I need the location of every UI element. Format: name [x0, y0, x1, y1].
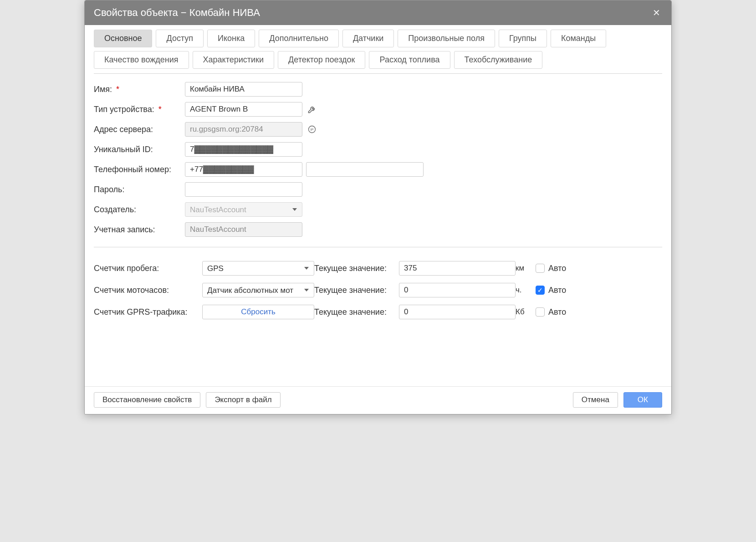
creator-select-wrap: NauTestAccount — [185, 202, 302, 217]
tab-sensors[interactable]: Датчики — [342, 30, 394, 47]
tab-driving-quality[interactable]: Качество вождения — [94, 51, 189, 69]
engine-auto-checkbox[interactable] — [536, 286, 545, 295]
creator-select: NauTestAccount — [185, 202, 302, 217]
tab-custom-fields[interactable]: Произвольные поля — [398, 30, 495, 47]
row-gprs: Счетчик GPRS-трафика: Сбросить Текущее з… — [94, 302, 662, 322]
row-mileage: Счетчик пробега: GPS Текущее значение: к… — [94, 258, 662, 278]
mileage-auto-label: Авто — [548, 264, 566, 273]
row-phone: Телефонный номер: — [94, 160, 662, 179]
counters: Счетчик пробега: GPS Текущее значение: к… — [94, 258, 662, 322]
label-devtype: Тип устройства: * — [94, 105, 185, 114]
gprs-auto-checkbox[interactable] — [536, 307, 545, 317]
gprs-auto[interactable]: Авто — [536, 307, 566, 317]
devtype-input[interactable] — [185, 102, 302, 117]
mileage-value-input[interactable] — [399, 261, 516, 276]
footer: Восстановление свойств Экспорт в файл От… — [85, 386, 671, 414]
label-name: Имя: * — [94, 85, 185, 94]
label-password: Пароль: — [94, 185, 185, 194]
label-account: Учетная запись: — [94, 225, 185, 235]
row-creator: Создатель: NauTestAccount — [94, 200, 662, 219]
label-name-text: Имя: — [94, 85, 112, 94]
engine-auto[interactable]: Авто — [536, 286, 566, 295]
row-engine-hours: Счетчик моточасов: Датчик абсолютных мот… — [94, 280, 662, 300]
row-devtype: Тип устройства: * — [94, 100, 662, 118]
ip-icon[interactable]: IP — [307, 124, 317, 134]
tabs: Основное Доступ Иконка Дополнительно Дат… — [94, 30, 662, 74]
dialog-body: Основное Доступ Иконка Дополнительно Дат… — [85, 25, 671, 386]
row-password: Пароль: — [94, 180, 662, 199]
required-mark: * — [116, 85, 119, 94]
uid-input[interactable] — [185, 142, 302, 157]
label-devtype-text: Тип устройства: — [94, 105, 154, 114]
engine-auto-label: Авто — [548, 286, 566, 295]
label-engine-current: Текущее значение: — [314, 286, 399, 295]
restore-button[interactable]: Восстановление свойств — [94, 392, 200, 408]
mileage-mode-wrap: GPS — [202, 261, 314, 276]
label-engine: Счетчик моточасов: — [94, 286, 202, 295]
unit-h: ч. — [516, 286, 536, 295]
tab-extra[interactable]: Дополнительно — [259, 30, 339, 47]
engine-value-input[interactable] — [399, 283, 516, 297]
row-uid: Уникальный ID: — [94, 140, 662, 159]
svg-text:IP: IP — [310, 128, 313, 132]
password-input[interactable] — [185, 182, 302, 197]
engine-mode-wrap: Датчик абсолютных мот — [202, 283, 314, 297]
tab-trip-detector[interactable]: Детектор поездок — [278, 51, 365, 69]
account-input — [185, 222, 302, 237]
export-button[interactable]: Экспорт в файл — [206, 392, 280, 408]
row-account: Учетная запись: — [94, 220, 662, 239]
separator — [94, 247, 662, 247]
tab-specs[interactable]: Характеристики — [193, 51, 274, 69]
engine-mode-select[interactable]: Датчик абсолютных мот — [202, 283, 314, 297]
phone2-input[interactable] — [306, 162, 424, 177]
tab-commands[interactable]: Команды — [551, 30, 606, 47]
cancel-button[interactable]: Отмена — [573, 392, 618, 408]
row-server: Адрес сервера: IP — [94, 120, 662, 138]
label-gprs: Счетчик GPRS-трафика: — [94, 307, 202, 317]
dialog-title: Свойства объекта − Комбайн НИВА — [94, 7, 260, 19]
gprs-reset-button[interactable]: Сбросить — [202, 305, 314, 319]
label-mileage-current: Текущее значение: — [314, 264, 399, 273]
ok-button[interactable]: ОК — [623, 392, 662, 408]
mileage-mode-select[interactable]: GPS — [202, 261, 314, 276]
tab-maintenance[interactable]: Техобслуживание — [454, 51, 543, 69]
tab-general[interactable]: Основное — [94, 30, 152, 47]
name-input[interactable] — [185, 82, 302, 97]
tab-access[interactable]: Доступ — [156, 30, 204, 47]
unit-km: км — [516, 264, 536, 273]
required-mark: * — [158, 105, 162, 114]
row-name: Имя: * — [94, 80, 662, 98]
mileage-auto[interactable]: Авто — [536, 264, 566, 273]
label-gprs-current: Текущее значение: — [314, 307, 399, 317]
label-creator: Создатель: — [94, 205, 185, 215]
close-icon[interactable]: ✕ — [651, 7, 662, 18]
tab-groups[interactable]: Группы — [499, 30, 547, 47]
mileage-auto-checkbox[interactable] — [536, 264, 545, 273]
wrench-icon[interactable] — [307, 104, 317, 114]
phone-input[interactable] — [185, 162, 302, 177]
label-uid: Уникальный ID: — [94, 145, 185, 154]
titlebar: Свойства объекта − Комбайн НИВА ✕ — [85, 0, 671, 25]
unit-kb: Кб — [516, 307, 536, 317]
gprs-value-input[interactable] — [399, 305, 516, 319]
label-mileage: Счетчик пробега: — [94, 264, 202, 273]
label-server: Адрес сервера: — [94, 125, 185, 134]
label-phone: Телефонный номер: — [94, 165, 185, 174]
tab-fuel[interactable]: Расход топлива — [369, 51, 450, 69]
gprs-auto-label: Авто — [548, 307, 566, 317]
object-properties-dialog: Свойства объекта − Комбайн НИВА ✕ Основн… — [84, 0, 672, 414]
server-input — [185, 122, 302, 137]
tab-icon[interactable]: Иконка — [207, 30, 255, 47]
